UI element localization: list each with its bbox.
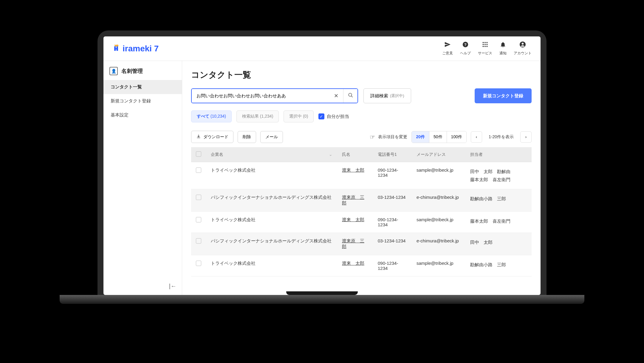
filter-tab-count: (0) <box>303 114 308 119</box>
cell-email: sample@tribeck.jp <box>412 162 465 189</box>
download-button[interactable]: ダウンロード <box>191 131 233 143</box>
apps-icon <box>482 41 488 50</box>
row-checkbox[interactable] <box>196 195 201 200</box>
cell-company: トライベック株式会社 <box>206 255 337 276</box>
search-input[interactable] <box>192 89 329 103</box>
advanced-search-button[interactable]: 詳細検索 (選択中) <box>363 88 411 103</box>
cell-staff: 田中 太郎 <box>465 233 532 255</box>
search-icon <box>348 93 353 99</box>
cell-company: パシフィックインターナショナルホールディングス株式会社 <box>206 189 337 212</box>
pagesize-50[interactable]: 50件 <box>429 131 447 143</box>
sidebar-item-new-contact[interactable]: 新規コンタクト登録 <box>103 94 182 108</box>
topbar-action-notifications[interactable]: 通知 <box>499 41 507 56</box>
pagesize-100[interactable]: 100件 <box>447 131 466 143</box>
table-row: トライベック株式会社 渡来 太郎 090-1234-1234 sample@tr… <box>191 212 532 233</box>
pager-range: 1-20件を表示 <box>486 134 516 140</box>
svg-point-11 <box>483 46 484 47</box>
staff-name: 田中 太郎 勘解由 <box>470 167 527 176</box>
cell-staff: 藤本太郎 喜左衛門 <box>465 212 532 233</box>
search-clear-button[interactable]: ✕ <box>329 89 343 103</box>
topbar: irameki 7 ご意見 ? ヘルプ サービス 通知 <box>103 36 541 61</box>
svg-point-9 <box>484 44 486 45</box>
staff-name: 藤本太郎 喜左衛門 <box>470 176 527 184</box>
checkbox-icon <box>196 151 201 157</box>
topbar-action-help[interactable]: ? ヘルプ <box>460 41 471 56</box>
filter-tab-label: すべて <box>197 114 209 119</box>
svg-point-12 <box>484 46 486 47</box>
filter-tab-label: 選択中 <box>289 114 302 119</box>
topbar-action-label: ヘルプ <box>460 51 471 56</box>
topbar-action-feedback[interactable]: ご意見 <box>442 41 453 56</box>
account-icon <box>519 41 526 50</box>
row-checkbox[interactable] <box>196 238 201 244</box>
cell-tel: 090-1234-1234 <box>373 255 412 276</box>
main-content: コンタクト一覧 ✕ 詳細検索 <box>182 61 541 295</box>
send-icon <box>444 41 451 50</box>
logo[interactable]: irameki 7 <box>112 43 159 54</box>
svg-text:?: ? <box>464 42 467 47</box>
sidebar-item-contacts[interactable]: コンタクト一覧 <box>103 80 182 94</box>
cell-name-link[interactable]: 渡来 太郎 <box>342 167 364 173</box>
table-row: パシフィックインターナショナルホールディングス株式会社 渡来原 三郎 03-12… <box>191 233 532 255</box>
search-button[interactable] <box>343 89 357 103</box>
topbar-action-services[interactable]: サービス <box>478 41 492 56</box>
bell-icon <box>500 41 506 50</box>
header-name[interactable]: 氏名 <box>337 147 373 162</box>
topbar-action-label: ご意見 <box>442 51 453 56</box>
card-icon: 👤 <box>109 67 118 75</box>
filter-tab-label: 検索結果 <box>242 114 259 119</box>
row-checkbox[interactable] <box>196 217 201 222</box>
table-row: トライベック株式会社 渡来 太郎 090-1234-1234 sample@tr… <box>191 255 532 276</box>
cell-name-link[interactable]: 渡来 太郎 <box>342 261 364 266</box>
topbar-actions: ご意見 ? ヘルプ サービス 通知 アカウント <box>442 41 532 56</box>
svg-line-17 <box>351 96 353 97</box>
cell-company: パシフィックインターナショナルホールディングス株式会社 <box>206 233 337 255</box>
search-group: ✕ <box>191 88 358 103</box>
header-tel[interactable]: 電話番号1 <box>373 147 412 162</box>
filter-row: すべて (10,234) 検索結果 (1,234) 選択中 (0) ✓ <box>191 110 532 122</box>
pagesize-20[interactable]: 20件 <box>412 131 429 143</box>
contacts-table: 企業名 ⌄ 氏名 電話番号1 メールアドレス 担当者 トライベック株式会社 渡来… <box>191 147 532 276</box>
row-checkbox[interactable] <box>196 167 201 173</box>
topbar-action-account[interactable]: アカウント <box>514 41 532 56</box>
header-email[interactable]: メールアドレス <box>412 147 465 162</box>
cell-name-link[interactable]: 渡来原 三郎 <box>342 195 364 205</box>
header-staff[interactable]: 担当者 <box>465 147 532 162</box>
filter-tab-results[interactable]: 検索結果 (1,234) <box>236 110 279 122</box>
sidebar: 👤 名刺管理 コンタクト一覧 新規コンタクト登録 基本設定 |← <box>103 61 182 295</box>
svg-point-15 <box>522 43 524 44</box>
pagesize-group: 20件 50件 100件 <box>411 131 467 143</box>
mail-button[interactable]: メール <box>260 131 283 143</box>
cell-email: e-chimura@tribeck.jp <box>412 189 465 212</box>
download-label: ダウンロード <box>203 134 228 140</box>
staff-name: 田中 太郎 <box>470 238 527 246</box>
filter-my-assignments[interactable]: ✓ 自分が担当 <box>318 113 349 119</box>
delete-button[interactable]: 削除 <box>238 131 256 143</box>
cell-tel: 03-1234-1234 <box>373 233 412 255</box>
filter-tab-selected[interactable]: 選択中 (0) <box>284 110 314 122</box>
page-title: コンタクト一覧 <box>191 69 532 81</box>
pager-next-button[interactable]: › <box>520 131 532 143</box>
sort-icon: ⌄ <box>329 152 332 157</box>
new-contact-button[interactable]: 新規コンタクト登録 <box>475 88 532 103</box>
column-config-label: 表示項目を変更 <box>378 134 407 140</box>
sidebar-item-settings[interactable]: 基本設定 <box>103 108 182 122</box>
svg-point-6 <box>484 42 486 43</box>
table-row: パシフィックインターナショナルホールディングス株式会社 渡来原 三郎 03-12… <box>191 189 532 212</box>
staff-name: 藤本太郎 喜左衛門 <box>470 217 527 225</box>
column-config-hint[interactable]: ☞ 表示項目を変更 <box>370 133 407 141</box>
cell-staff: 勘解由小路 三郎 <box>465 255 532 276</box>
header-company[interactable]: 企業名 ⌄ <box>206 147 337 162</box>
filter-tab-count: (1,234) <box>260 114 273 119</box>
table-wrap: 企業名 ⌄ 氏名 電話番号1 メールアドレス 担当者 トライベック株式会社 渡来… <box>182 147 541 295</box>
row-checkbox[interactable] <box>196 261 201 266</box>
cell-staff: 田中 太郎 勘解由藤本太郎 喜左衛門 <box>465 162 532 189</box>
pager-prev-button[interactable]: ‹ <box>471 131 482 143</box>
chevron-right-icon: › <box>525 135 527 139</box>
filter-tab-all[interactable]: すべて (10,234) <box>191 110 232 122</box>
header-select-all[interactable] <box>191 147 206 162</box>
sidebar-collapse-button[interactable]: |← <box>169 283 177 290</box>
cell-name-link[interactable]: 渡来原 三郎 <box>342 238 364 249</box>
cell-name-link[interactable]: 渡来 太郎 <box>342 217 364 222</box>
checkbox-checked-icon: ✓ <box>318 113 324 119</box>
